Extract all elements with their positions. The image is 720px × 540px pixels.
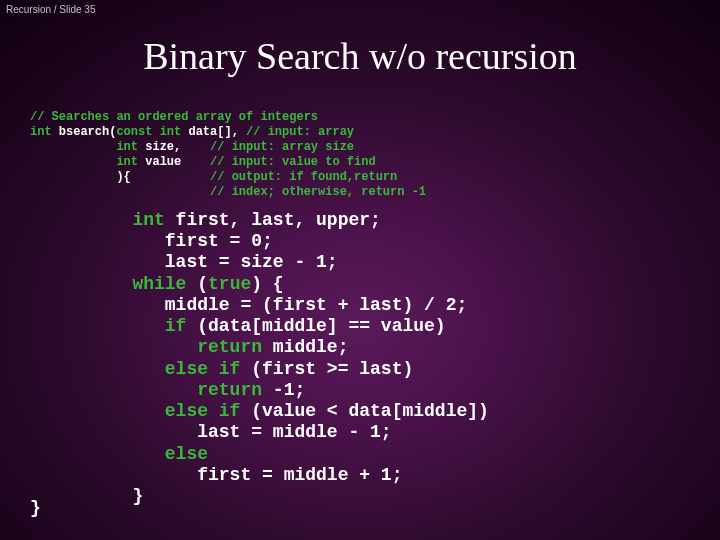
code-text: [100, 359, 165, 379]
code-text: first, last, upper;: [165, 210, 381, 230]
keyword-while: while: [132, 274, 186, 294]
comment: // input: value to find: [210, 155, 376, 169]
code-text: (value < data[middle]): [240, 401, 488, 421]
keyword-int: int: [132, 210, 164, 230]
function-signature: // Searches an ordered array of integers…: [30, 110, 426, 200]
code-text: [100, 337, 197, 357]
code-text: data[],: [181, 125, 246, 139]
code-text: [100, 316, 165, 336]
code-text: last = middle - 1;: [100, 422, 392, 442]
keyword-return: return: [197, 380, 262, 400]
keyword-else: else: [165, 444, 208, 464]
code-text: [100, 380, 197, 400]
code-text: middle = (first + last) / 2;: [100, 295, 467, 315]
code-text: size,: [138, 140, 210, 154]
code-text: bsearch(: [52, 125, 117, 139]
keyword-const-int: const int: [116, 125, 181, 139]
comment: // output: if found,return: [210, 170, 397, 184]
comment: // Searches an ordered array of integers: [30, 110, 318, 124]
code-text: [100, 274, 132, 294]
comment: // input: array size: [210, 140, 354, 154]
keyword-else-if: else if: [165, 359, 241, 379]
code-text: -1;: [262, 380, 305, 400]
code-text: last = size - 1;: [100, 252, 338, 272]
keyword-int: int: [116, 155, 138, 169]
keyword-int: int: [30, 125, 52, 139]
code-text: [100, 210, 132, 230]
keyword-if: if: [165, 316, 187, 336]
code-text: [100, 401, 165, 421]
code-text: middle;: [262, 337, 348, 357]
code-text: value: [138, 155, 210, 169]
code-text: first = middle + 1;: [100, 465, 402, 485]
function-body: int first, last, upper; first = 0; last …: [100, 210, 489, 507]
code-text: ){: [30, 170, 210, 184]
keyword-true: true: [208, 274, 251, 294]
comment: // index; otherwise, return -1: [210, 185, 426, 199]
code-text: first = 0;: [100, 231, 273, 251]
code-text: [100, 444, 165, 464]
keyword-return: return: [197, 337, 262, 357]
code-text: (: [186, 274, 208, 294]
slide-title: Binary Search w/o recursion: [0, 34, 720, 78]
code-text: ) {: [251, 274, 283, 294]
code-text: }: [100, 486, 143, 506]
code-text: [30, 140, 116, 154]
code-text: (first >= last): [240, 359, 413, 379]
code-text: [30, 155, 116, 169]
slide: Recursion / Slide 35 Binary Search w/o r…: [0, 0, 720, 540]
comment: // input: array: [246, 125, 354, 139]
keyword-else-if: else if: [165, 401, 241, 421]
code-text: (data[middle] == value): [186, 316, 445, 336]
closing-brace: }: [30, 498, 41, 518]
slide-header: Recursion / Slide 35: [6, 4, 96, 15]
keyword-int: int: [116, 140, 138, 154]
code-text: [30, 185, 210, 199]
